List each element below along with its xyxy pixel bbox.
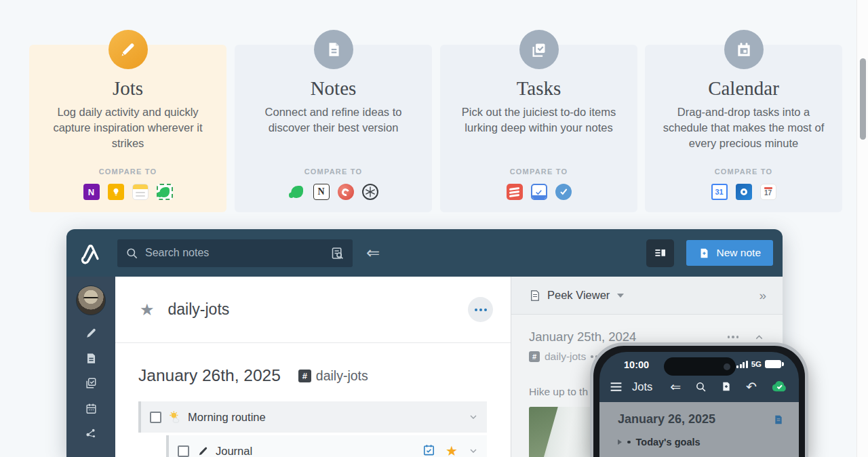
outlook-calendar-icon[interactable] (736, 184, 752, 200)
roam-research-icon[interactable] (362, 184, 378, 200)
search-icon (125, 247, 138, 260)
compare-to-label: COMPARE TO (645, 167, 842, 176)
feature-card-calendar[interactable]: Calendar Drag-and-drop tasks into a sche… (645, 45, 842, 212)
page-scrollbar[interactable] (856, 0, 868, 457)
feature-card-jots[interactable]: Jots Log daily activity and quickly capt… (29, 45, 226, 212)
card-description: Connect and refine ideas to discover the… (235, 104, 432, 136)
compare-to-label: COMPARE TO (440, 167, 637, 176)
evernote-icon[interactable] (289, 184, 305, 200)
note-tag-chip[interactable]: # daily-jots (298, 368, 368, 384)
phone-mockup: 10:00 5G Jots ⇐ ↶ January (590, 342, 808, 457)
google-calendar-icon[interactable]: 31 (711, 184, 728, 200)
expand-panel-icon[interactable]: » (759, 288, 765, 303)
amplenote-logo-icon[interactable] (76, 238, 106, 268)
task-row-journal: Journal ★ (166, 435, 487, 457)
sync-cloud-icon[interactable] (771, 380, 788, 393)
user-avatar[interactable] (76, 285, 106, 315)
layout-toggle-button[interactable] (646, 239, 674, 267)
new-note-label: New note (717, 247, 761, 259)
task-label: Morning routine (188, 411, 266, 424)
evernote-icon[interactable] (157, 184, 173, 200)
tag-label: daily-jots (316, 368, 368, 384)
mobile-app-title: Jots (632, 380, 652, 393)
task-check-icon (519, 30, 559, 69)
mobile-entry-label: Today's goals (636, 437, 701, 448)
favorite-star-icon[interactable]: ★ (140, 300, 155, 319)
chevron-up-icon[interactable] (753, 332, 765, 343)
compare-to-label: COMPARE TO (235, 167, 432, 176)
sidebar-notes-icon[interactable] (83, 351, 98, 365)
note-title: daily-jots (168, 300, 230, 319)
apple-calendar-icon[interactable]: 17 (760, 184, 776, 200)
bullet-icon (627, 441, 631, 444)
schedule-calendar-icon[interactable] (422, 443, 435, 457)
feature-card-tasks[interactable]: Tasks Pick out the juiciest to-do items … (440, 45, 637, 212)
peek-viewer-title: Peek Viewer (547, 289, 610, 302)
task-row-morning-routine: Morning routine (138, 401, 487, 433)
mountain-photo-thumbnail[interactable] (529, 407, 592, 457)
sidebar-calendar-icon[interactable] (83, 401, 98, 416)
undo-icon[interactable]: ↶ (746, 380, 757, 393)
mobile-date-heading: January 26, 2025 (618, 412, 715, 426)
onenote-icon[interactable]: N (83, 184, 100, 200)
sidebar-graph-icon[interactable] (83, 426, 98, 441)
card-title: Jots (29, 77, 226, 100)
task-checkbox[interactable] (150, 412, 161, 423)
scrollbar-thumb[interactable] (860, 58, 866, 140)
sun-behind-cloud-icon (168, 410, 182, 424)
sidebar-tasks-icon[interactable] (83, 376, 98, 391)
card-title: Tasks (440, 77, 637, 100)
chevron-down-icon[interactable] (468, 445, 479, 456)
compare-to-label: COMPARE TO (29, 167, 226, 176)
app-header: ⇐ New note (66, 229, 783, 277)
tag-hash-icon: # (529, 351, 540, 362)
chevron-down-icon[interactable] (468, 412, 479, 422)
important-star-icon[interactable]: ★ (446, 444, 458, 457)
expand-triangle-icon[interactable] (618, 439, 622, 445)
collapse-icon[interactable]: ⇐ (670, 380, 681, 393)
card-description: Pick out the juiciest to-do items lurkin… (440, 104, 637, 136)
card-title: Calendar (645, 77, 842, 100)
note-document-icon (314, 30, 353, 69)
notion-icon[interactable]: N (313, 184, 330, 200)
tag-label: daily-jots (545, 351, 586, 363)
app-sidebar (66, 277, 115, 457)
task-checkbox[interactable] (178, 445, 189, 457)
pen-icon (196, 444, 210, 457)
collapse-panel-icon[interactable]: ⇐ (366, 245, 380, 261)
calendar-icon (724, 30, 764, 69)
peek-mode-caret-icon[interactable] (617, 294, 624, 298)
todoist-icon[interactable] (507, 184, 523, 200)
jot-date-heading: January 26th, 2025 (138, 366, 281, 385)
dynamic-island (664, 357, 736, 376)
search-icon[interactable] (695, 381, 707, 393)
search-input[interactable] (145, 247, 330, 259)
note-editor-pane: ★ daily-jots January 26th, 2025 # daily-… (115, 277, 511, 457)
network-label: 5G (751, 360, 762, 368)
apple-notes-icon[interactable] (132, 184, 149, 200)
hamburger-menu-icon[interactable] (609, 380, 623, 394)
tag-hash-icon: # (298, 370, 311, 382)
note-options-button[interactable] (468, 297, 493, 322)
status-time: 10:00 (624, 359, 649, 370)
note-link-icon[interactable] (773, 414, 784, 426)
search-bar[interactable] (117, 239, 353, 267)
feature-card-notes[interactable]: Notes Connect and refine ideas to discov… (235, 45, 432, 212)
advanced-search-icon[interactable] (330, 246, 344, 260)
camera-dot-icon (724, 363, 730, 370)
jots-pencil-icon (108, 30, 148, 69)
mobile-jots-view: January 26, 2025 Today's goals (599, 402, 799, 457)
things-icon[interactable] (555, 184, 572, 200)
entry-options-icon[interactable] (728, 336, 739, 338)
craft-icon[interactable] (338, 184, 354, 200)
new-note-button[interactable]: New note (686, 240, 773, 266)
new-note-icon[interactable] (721, 381, 732, 392)
card-title: Notes (235, 77, 432, 100)
google-keep-icon[interactable] (108, 184, 124, 200)
new-note-icon (698, 247, 710, 259)
battery-icon (765, 360, 781, 368)
task-label: Journal (216, 445, 252, 457)
sidebar-jots-icon[interactable] (83, 325, 98, 340)
ticktick-icon[interactable] (531, 184, 547, 200)
signal-bars-icon (736, 361, 748, 368)
